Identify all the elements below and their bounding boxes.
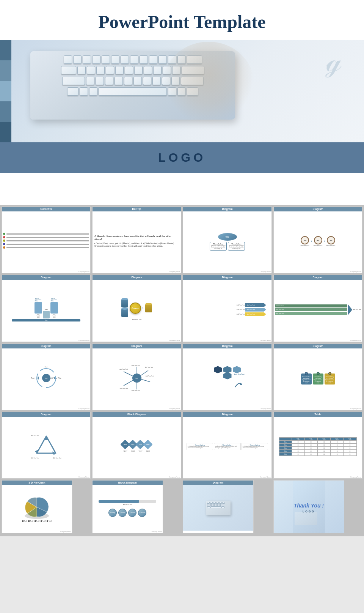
- thumb-diagram-oval: Diagram Title ThemeGallery is a Design D…: [183, 206, 272, 273]
- accent-bar-5: [0, 122, 11, 142]
- thumb-footer-diag9: Company Name: [260, 408, 271, 410]
- last-row-grid: 3-D Pie Chart ⬛ Text1 ⬛ Text2 ⬛ T: [0, 480, 364, 536]
- thumb-thankyou: Thank You ! LOGO: [273, 480, 344, 533]
- accent-bar-2: [0, 60, 11, 81]
- thumb-footer-table: Company Name: [350, 476, 361, 478]
- thumb-header-diag5: Diagram: [183, 275, 271, 280]
- thumb-content-diag10: 1 ThemeGallery is a Design Digital Conte…: [274, 348, 362, 408]
- thumb-header-diag6: Diagram: [274, 275, 362, 280]
- page-title: PowerPoint Template: [23, 11, 341, 32]
- thankyou-text: Thank You !: [294, 503, 324, 509]
- thumb-header-diag2: Diagram: [274, 207, 362, 211]
- thumb-contents: Contents Company Name: [2, 206, 91, 273]
- accent-bar-3: [0, 81, 11, 101]
- thumb-footer-diag6: Company Name: [350, 339, 361, 341]
- thumb-content-diag9: Title Add Your Text: [183, 348, 271, 408]
- thumb-content-diag12: ThemeGallery is a Design Digital Content…: [183, 417, 271, 476]
- accent-bar-1: [0, 40, 11, 60]
- thumb-diagram-db: Diagram Concept › Add Your Text Company …: [92, 275, 181, 342]
- thumb-footer-diag4: Company Name: [169, 339, 180, 341]
- thumb-header-diag9: Diagram: [183, 344, 271, 348]
- thumb-pie-chart: 3-D Pie Chart ⬛ Text1 ⬛ Text2 ⬛ T: [2, 480, 72, 533]
- thumb-diagram-cols: Diagram Add YourTitle Text 1Text 2Text 3…: [2, 275, 91, 342]
- thumb-content-table: Title Title Title Title Title Title 0000…: [274, 417, 362, 476]
- thumb-diagram-hex: Diagram Title Add Your Text: [183, 344, 272, 410]
- thumb-footer-diag12: Company Name: [260, 476, 271, 478]
- thumb-footer-diag10: Company Name: [350, 408, 361, 410]
- thumb-diagram-numbered: Diagram 1 ThemeGallery is a Design Digit…: [273, 344, 362, 410]
- thumb-header-diag7: Diagram: [2, 344, 90, 348]
- thumb-table: Table Title Title Title Title Title Titl…: [273, 412, 362, 479]
- thankyou-logo: LOGO: [303, 510, 315, 513]
- thumb-diagram-keyboard: Diagram: [183, 480, 254, 533]
- thumb-footer-block: Company Name: [169, 476, 180, 478]
- thumb-diagram-arrows: Diagram Text ThemeGallery is a... › Text…: [273, 206, 362, 273]
- thumb-content-diag3: Add YourTitle Text 1Text 2Text 3 Text Ad…: [2, 280, 90, 339]
- thumb-header-contents: Contents: [2, 207, 90, 211]
- thumb-content-hottip: ◇ How do I incorporate my logo to a slid…: [93, 211, 181, 271]
- thumb-header-block2: Block Diagram: [93, 481, 163, 485]
- svg-marker-1: [54, 377, 55, 380]
- thumb-content-diag7: Text Text Add Your Title Text: [2, 348, 90, 408]
- thumb-header-diag10: Diagram: [274, 344, 362, 348]
- accent-bar-4: [0, 101, 11, 122]
- thumb-diagram-arrowboxes: Diagram Add Your Text Add Your Text Add …: [273, 275, 362, 342]
- logo-text: LOGO: [158, 151, 206, 165]
- thumb-content-contents: [2, 211, 90, 271]
- thumb-footer-diag3: Company Name: [78, 339, 89, 341]
- thumb-header-diagkb: Diagram: [183, 481, 253, 485]
- thumb-header-diag1: Diagram: [183, 207, 271, 211]
- thumb-hottip: Hot Tip ◇ How do I incorporate my logo t…: [92, 206, 181, 273]
- hero-bottom-bar: LOGO: [0, 142, 364, 173]
- thumb-footer-diag7: Company Name: [78, 408, 89, 410]
- thumb-header-hottip: Hot Tip: [93, 207, 181, 211]
- thumb-content-diag1: Title ThemeGallery is a Design Digital C…: [183, 211, 271, 271]
- thumb-content-diag2: Text ThemeGallery is a... › Text ThemeGa…: [274, 211, 362, 271]
- hero-title-area: PowerPoint Template: [0, 0, 364, 40]
- thumb-diagram-textcompare: Diagram ThemeGallery is a Design Digital…: [183, 412, 272, 479]
- keyboard-visual: [19, 44, 246, 127]
- watermark-swirl: ℊ: [326, 44, 356, 74]
- thumb-footer-diag5: Company Name: [260, 339, 271, 341]
- thumb-block-diagram2: Block Diagram Add Your Text concept Conc…: [92, 480, 163, 533]
- thumb-content-block: TEXT TEXT TEXT TEXT TEXT TEXT TEXT TEXT: [93, 417, 181, 476]
- thumb-content-diag8: Text Add Your Text Add Your Text Add You…: [93, 348, 181, 408]
- thumb-content-diag4: Concept › Add Your Text: [93, 280, 181, 339]
- hero-image-area: ℊ: [0, 40, 364, 142]
- thumb-diagram-wheel: Diagram Text Add Your Text Add Your Text…: [92, 344, 181, 410]
- thumb-header-table: Table: [274, 412, 362, 417]
- thumb-diagram-recycle: Diagram Add Your Text Add Your Text Add …: [2, 412, 91, 479]
- thumb-content-block2: Add Your Text concept Concept Concept Co…: [93, 485, 163, 531]
- thumb-header-diag4: Diagram: [93, 275, 181, 280]
- thumb-footer: Company Name: [78, 271, 89, 273]
- thumb-header-diag11: Diagram: [2, 412, 90, 417]
- thumb-content-thankyou: Thank You ! LOGO: [293, 481, 325, 533]
- thumb-footer-diag11: Company Name: [78, 476, 89, 478]
- thumb-footer-diag2: Company Name: [350, 271, 361, 273]
- thumb-content-pie: ⬛ Text1 ⬛ Text2 ⬛ Text3 ⬛ Text4 ⬛ Text5: [2, 485, 72, 531]
- thumb-footer-pie: Company Name: [60, 531, 71, 533]
- thumb-header-diag8: Diagram: [93, 344, 181, 348]
- thumb-diagram-circarrows: Diagram Text Text Add Your Title Text Co…: [2, 344, 91, 410]
- thumb-block-diagram: Block Diagram TEXT TEXT TEXT TEXT TEXT T…: [92, 412, 181, 479]
- thumb-header-diag12: Diagram: [183, 412, 271, 417]
- thumb-footer-diag8: Company Name: [169, 408, 180, 410]
- thumb-footer-block2: Company Name: [151, 531, 162, 533]
- thumb-content-diag11: Add Your Text Add Your Text Add Your Tex…: [2, 417, 90, 476]
- pie-svg: [20, 494, 54, 520]
- thumbnail-grid: Contents Company Name Hot Tip ◇ How do I…: [0, 205, 364, 480]
- thumb-header-block: Block Diagram: [93, 412, 181, 417]
- thumb-header-diag3: Diagram: [2, 275, 90, 280]
- thumb-footer-diag1: Company Name: [260, 271, 271, 273]
- thumb-diagram-chevron: Diagram Add Your Text Add Your Text Add …: [183, 275, 272, 342]
- thumb-content-diagkb: [183, 485, 253, 531]
- thumb-content-diag6: Add Your Text Add Your Text Add Your Tex…: [274, 280, 362, 339]
- thumb-content-diag5: Add Your Text Add Your Text Add Your Tex…: [183, 280, 271, 339]
- accent-bars: [0, 40, 11, 142]
- svg-marker-2: [37, 377, 39, 380]
- thumb-header-pie: 3-D Pie Chart: [2, 481, 72, 485]
- hero-slide: PowerPoint Template: [0, 0, 364, 205]
- thumb-footer-hottip: Company Name: [169, 271, 180, 273]
